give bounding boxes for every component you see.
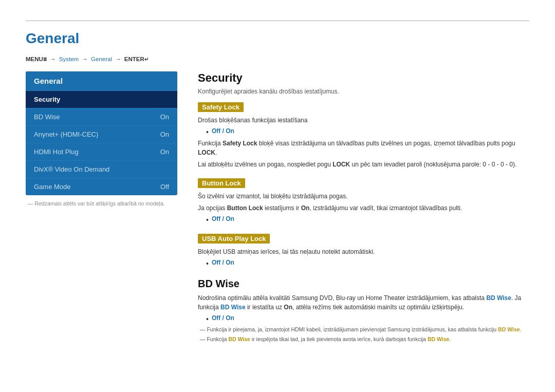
breadcrumb-system: System — [59, 56, 79, 62]
button-lock-desc2-middle: iestatījums ir — [263, 204, 301, 212]
security-desc: Konfigurējiet apraides kanālu drošības i… — [198, 88, 529, 95]
bd-wise-note2-term2: BD Wise — [428, 336, 450, 342]
usb-auto-play-off-on: Off / On — [212, 259, 234, 266]
bd-wise-term1: BD Wise — [486, 294, 511, 302]
bd-wise-note2-prefix: Funkcija — [207, 336, 228, 342]
sidebar-item-bd-wise-label: BD Wise — [34, 113, 60, 121]
bd-wise-desc: Nodrošina optimālu attēla kvalitāti Sams… — [198, 293, 529, 312]
button-lock-term: Button Lock — [227, 204, 263, 212]
breadcrumb-arrow-3: → — [115, 56, 121, 62]
bullet-dot-1: • — [206, 127, 209, 137]
sidebar-item-bd-wise-value: On — [160, 113, 169, 121]
sidebar-item-game-mode-value: Off — [160, 183, 169, 191]
safety-lock-body1-suffix: . — [215, 149, 217, 156]
safety-lock-term: Safety Lock — [223, 140, 257, 147]
button-lock-title: Button Lock — [198, 178, 245, 188]
button-lock-desc2-prefix: Ja opcijas — [198, 204, 227, 212]
bd-wise-note1-term: BD Wise — [498, 326, 520, 332]
safety-lock-body1-middle: bloķē visas izstrādājuma un tālvadības p… — [257, 140, 515, 147]
bd-wise-title: BD Wise — [198, 278, 529, 290]
bd-wise-on: On — [284, 304, 292, 311]
sidebar-item-game-mode[interactable]: Game Mode Off — [26, 178, 177, 195]
safety-lock-title: Safety Lock — [198, 102, 244, 112]
sidebar-item-security[interactable]: Security — [26, 91, 177, 108]
usb-auto-play-title: USB Auto Play Lock — [198, 234, 270, 244]
bd-wise-desc-suffix: ir iestatīta uz — [246, 304, 284, 311]
usb-auto-play-desc: Bloķējiet USB atmiņas ierīces, lai tās n… — [198, 247, 529, 256]
bd-wise-note2: — Funkcija BD Wise ir iespējota tikai ta… — [198, 335, 529, 344]
button-lock-desc2-suffix: , izstrādājumu var vadīt, tikai izmantoj… — [309, 204, 462, 212]
sidebar-item-hdmi-hot-plug[interactable]: HDMI Hot Plug On — [26, 143, 177, 161]
button-lock-block: Button Lock Šo izvēlni var izmantot, lai… — [198, 178, 529, 225]
content-layout: General Security BD Wise On Anynet+ (HDM… — [26, 71, 529, 345]
safety-lock-body2-prefix: Lai atbloķētu izvēlnes un pogas, nospied… — [198, 161, 332, 168]
bd-wise-note1: — Funkcija ir pieejama, ja, izmantojot H… — [198, 326, 529, 334]
breadcrumb-arrow-2: → — [82, 56, 88, 62]
usb-auto-play-block: USB Auto Play Lock Bloķējiet USB atmiņas… — [198, 234, 529, 268]
safety-lock-bullet: • Off / On — [206, 127, 529, 137]
sidebar-item-anynet-value: On — [160, 130, 169, 138]
button-lock-bullet: • Off / On — [206, 215, 529, 225]
sidebar-note: — Redzamais attēls var būt atšķirīgs atk… — [26, 200, 177, 207]
page-title: General — [26, 30, 529, 47]
breadcrumb-menu: MENUⅢ — [26, 56, 47, 62]
sidebar-item-game-mode-label: Game Mode — [34, 183, 71, 191]
safety-lock-body1: Funkcija Safety Lock bloķē visas izstrād… — [198, 139, 529, 157]
bd-wise-note1-dash: — — [200, 326, 207, 332]
sidebar-panel-title: General — [26, 71, 177, 91]
button-lock-desc1: Šo izvēlni var izmantot, lai bloķētu izs… — [198, 192, 529, 201]
breadcrumb-general: General — [91, 56, 112, 62]
bd-wise-bullet: • Off / On — [206, 314, 529, 324]
safety-lock-body2-suffix: un pēc tam ievadiet paroli (noklusējuma … — [350, 161, 516, 168]
bd-wise-desc-prefix: Nodrošina optimālu attēla kvalitāti Sams… — [198, 294, 486, 302]
safety-lock-body1-prefix: Funkcija — [198, 140, 223, 147]
sidebar-item-hdmi-hot-plug-value: On — [160, 148, 169, 156]
bd-wise-desc-end: , attēla režīms tiek automātiski mainīts… — [292, 304, 464, 311]
button-lock-on: On — [301, 204, 310, 212]
safety-lock-desc: Drošas bloķēšanas funkcijas iestatīšana — [198, 116, 529, 125]
bullet-dot-3: • — [206, 259, 209, 268]
bullet-dot-2: • — [206, 215, 209, 225]
main-content: Security Konfigurējiet apraides kanālu d… — [198, 71, 529, 345]
bd-wise-note1-prefix: Funkcija ir pieejama, ja, izmantojot HDM… — [207, 326, 498, 332]
sidebar-item-divx[interactable]: DivX® Video On Demand — [26, 161, 177, 178]
sidebar-item-security-label: Security — [34, 96, 60, 103]
sidebar-item-anynet-label: Anynet+ (HDMI-CEC) — [34, 130, 98, 138]
sidebar: General Security BD Wise On Anynet+ (HDM… — [26, 71, 177, 207]
breadcrumb-arrow-1: → — [50, 56, 56, 62]
bullet-dot-4: • — [206, 314, 209, 324]
bd-wise-note1-suffix: . — [520, 326, 522, 332]
sidebar-item-divx-label: DivX® Video On Demand — [34, 165, 109, 173]
bd-wise-term2: BD Wise — [220, 304, 246, 311]
safety-lock-block: Safety Lock Drošas bloķēšanas funkcijas … — [198, 102, 529, 169]
bd-wise-note2-term1: BD Wise — [228, 336, 250, 342]
breadcrumb-enter: ENTER↵ — [124, 56, 149, 62]
bd-wise-note2-dash: — — [200, 336, 207, 342]
sidebar-item-bd-wise[interactable]: BD Wise On — [26, 108, 177, 126]
security-title: Security — [198, 71, 529, 85]
breadcrumb: MENUⅢ → System → General → ENTER↵ — [26, 56, 529, 62]
sidebar-item-anynet[interactable]: Anynet+ (HDMI-CEC) On — [26, 126, 177, 143]
usb-auto-play-bullet: • Off / On — [206, 259, 529, 268]
button-lock-off-on: Off / On — [212, 215, 234, 222]
bd-wise-off-on: Off / On — [212, 314, 234, 322]
safety-lock-lock2: LOCK — [332, 161, 350, 168]
safety-lock-off-on: Off / On — [212, 127, 234, 135]
bd-wise-note2-middle: ir iespējota tikai tad, ja tiek pievieno… — [250, 336, 428, 342]
bd-wise-note2-suffix: . — [449, 336, 451, 342]
sidebar-panel: General Security BD Wise On Anynet+ (HDM… — [26, 71, 177, 195]
button-lock-desc2: Ja opcijas Button Lock iestatījums ir On… — [198, 203, 529, 213]
safety-lock-body2: Lai atbloķētu izvēlnes un pogas, nospied… — [198, 160, 529, 169]
safety-lock-lock: LOCK — [198, 149, 215, 156]
sidebar-item-hdmi-hot-plug-label: HDMI Hot Plug — [34, 148, 79, 156]
